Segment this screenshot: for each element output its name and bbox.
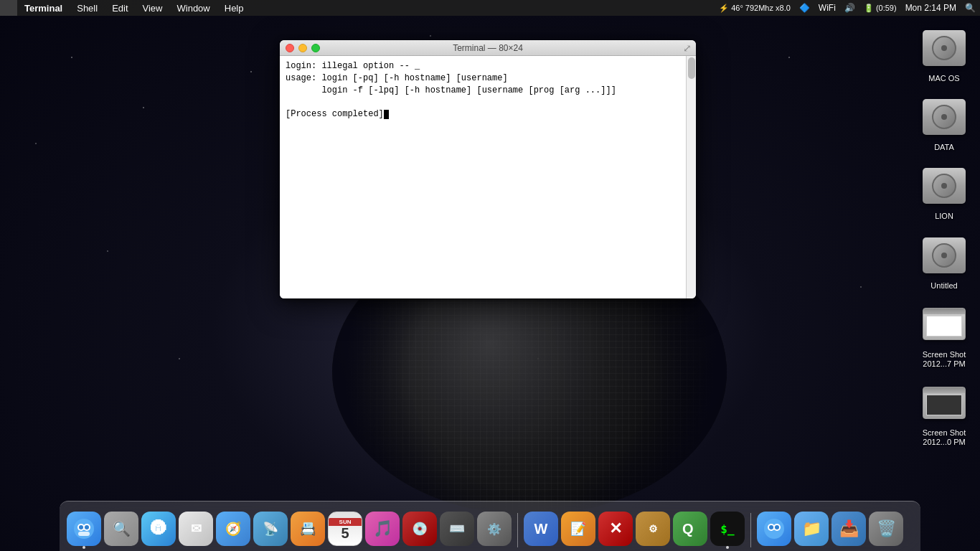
menubar-window[interactable]: Window (170, 0, 217, 16)
dock-icon-plist: ⚙ (636, 512, 670, 546)
menubar-app-name[interactable]: Terminal (17, 0, 70, 16)
dock-icon-finder2 (757, 512, 791, 546)
menubar-bluetooth[interactable]: 🔷 (795, 0, 814, 16)
dock-icon-codeq: Q (673, 512, 707, 546)
dock-item-address[interactable]: 📇 (291, 512, 325, 547)
scrollbar-thumb[interactable] (688, 57, 695, 79)
dock-separator2 (750, 513, 751, 547)
desktop-icon-macos-label: MAC OS (928, 74, 959, 83)
dock-item-mail[interactable]: ✉ (179, 512, 213, 547)
apple-menu[interactable] (0, 0, 17, 16)
dock-icon-crossover: ✕ (598, 512, 633, 546)
dock-icon-word: W (524, 512, 558, 546)
menubar-cpu: ⚡ 46° 792Mhz x8.0 (715, 0, 795, 16)
dock-item-downloads[interactable]: 📥 (831, 512, 866, 547)
desktop-icon-screenshot2-label: Screen Shot2012...0 PM (923, 428, 966, 447)
dock-item-appstore[interactable]: 🅐 (141, 512, 176, 547)
resize-button[interactable]: ⤢ (682, 42, 693, 54)
dock-item-word[interactable]: W (524, 512, 558, 547)
dock-item-keyboard[interactable]: ⌨️ (440, 512, 474, 547)
dock-icon-address: 📇 (291, 512, 325, 546)
dock-icon-folder: 📁 (794, 512, 829, 546)
terminal-line4 (286, 97, 291, 107)
dock-item-airport[interactable]: 📡 (253, 512, 288, 547)
dock: 🔍 🅐 ✉ 🧭 📡 📇 SUN 5 🎵 💿 ⌨️ ⚙️ W 📝 (60, 501, 920, 551)
menubar-search[interactable]: 🔍 (961, 0, 980, 16)
dock-item-itunes[interactable]: 🎵 (365, 512, 400, 547)
terminal-titlebar: Terminal — 80×24 ⤢ (280, 40, 696, 56)
terminal-content[interactable]: login: illegal option -- _ usage: login … (280, 56, 686, 298)
desktop-icon-screenshot1-label: Screen Shot2012...7 PM (923, 350, 966, 369)
dock-icon-appstore: 🅐 (141, 512, 176, 546)
svg-point-4 (85, 525, 89, 529)
desktop-icon-screenshot1[interactable]: Screen Shot2012...7 PM (915, 301, 973, 369)
svg-point-3 (79, 525, 83, 529)
dock-icon-ical: SUN 5 (328, 512, 362, 546)
terminal-scrollbar-area: login: illegal option -- _ usage: login … (280, 56, 696, 298)
menubar-wifi[interactable]: WiFi (814, 0, 840, 16)
dock-icon-terminal: $_ (710, 512, 745, 546)
dock-dot-finder (83, 546, 85, 549)
desktop-icon-screenshot1-img (921, 301, 967, 347)
terminal-line5: [Process completed] (286, 109, 384, 119)
terminal-scrollbar[interactable] (686, 56, 696, 298)
desktop-icon-untitled-label: Untitled (930, 281, 957, 291)
dock-icon-trash: 🗑️ (869, 512, 903, 546)
dock-item-plist[interactable]: ⚙ (636, 512, 670, 547)
close-button[interactable] (286, 44, 294, 52)
menubar-shell[interactable]: Shell (70, 0, 105, 16)
desktop-icons-panel: MAC OS DATA LION Untitled Screen Shot201… (915, 25, 973, 448)
menubar-help[interactable]: Help (217, 0, 251, 16)
desktop-icon-macos-img (921, 25, 967, 71)
menubar-view[interactable]: View (136, 0, 170, 16)
dock-dot-terminal (726, 546, 729, 549)
dock-item-pages[interactable]: 📝 (561, 512, 595, 547)
svg-point-10 (769, 525, 773, 529)
dock-item-ical[interactable]: SUN 5 (328, 512, 362, 547)
menubar-datetime: Mon 2:14 PM (901, 0, 961, 16)
terminal-cursor (384, 110, 389, 119)
desktop-icon-screenshot2[interactable]: Screen Shot2012...0 PM (915, 380, 973, 447)
dock-item-dvd[interactable]: 💿 (402, 512, 437, 547)
dock-icon-airport: 📡 (253, 512, 288, 546)
desktop-icon-data-label: DATA (934, 143, 954, 152)
dock-icon-utilities: ⚙️ (477, 512, 512, 546)
dock-item-terminal[interactable]: $_ (710, 512, 745, 547)
dock-icon-finder (67, 512, 101, 546)
desktop-icon-untitled-img (921, 232, 967, 278)
desktop-icon-data[interactable]: DATA (915, 94, 973, 152)
desktop-icon-untitled[interactable]: Untitled (915, 232, 973, 291)
dock-icon-pages: 📝 (561, 512, 595, 546)
desktop-icon-screenshot2-img (921, 380, 967, 425)
dock-icon-safari: 🧭 (216, 512, 250, 546)
svg-rect-5 (78, 532, 90, 536)
dock-item-spotlight[interactable]: 🔍 (104, 512, 138, 547)
dock-item-finder2[interactable] (757, 512, 791, 547)
menubar-sound[interactable]: 🔊 (840, 0, 859, 16)
menubar: Terminal Shell Edit View Window Help ⚡ 4… (0, 0, 980, 16)
maximize-button[interactable] (311, 44, 320, 52)
dock-separator (517, 513, 518, 547)
minimize-button[interactable] (298, 44, 307, 52)
dock-item-finder[interactable] (67, 512, 101, 547)
desktop-icon-macos[interactable]: MAC OS (915, 25, 973, 83)
dock-item-utilities[interactable]: ⚙️ (477, 512, 512, 547)
terminal-line3: login -f [-lpq] [-h hostname] [username … (286, 85, 616, 95)
dock-icon-keyboard: ⌨️ (440, 512, 474, 546)
desktop-icon-lion[interactable]: LION (915, 163, 973, 221)
dock-item-crossover[interactable]: ✕ (598, 512, 633, 547)
terminal-line2: usage: login [-pq] [-h hostname] [userna… (286, 73, 508, 83)
dock-item-codeq[interactable]: Q (673, 512, 707, 547)
terminal-title: Terminal — 80×24 (453, 43, 523, 53)
dock-icon-spotlight: 🔍 (104, 512, 138, 546)
dock-icon-mail: ✉ (179, 512, 213, 546)
terminal-window: Terminal — 80×24 ⤢ login: illegal option… (280, 40, 696, 298)
terminal-line1: login: illegal option -- _ (286, 61, 420, 71)
dock-item-trash[interactable]: 🗑️ (869, 512, 903, 547)
menubar-edit[interactable]: Edit (105, 0, 135, 16)
desktop-icon-lion-label: LION (935, 212, 953, 221)
dock-icon-dvd: 💿 (402, 512, 437, 546)
dock-item-folder[interactable]: 📁 (794, 512, 829, 547)
desktop-icon-data-img (921, 94, 967, 140)
dock-item-safari[interactable]: 🧭 (216, 512, 250, 547)
